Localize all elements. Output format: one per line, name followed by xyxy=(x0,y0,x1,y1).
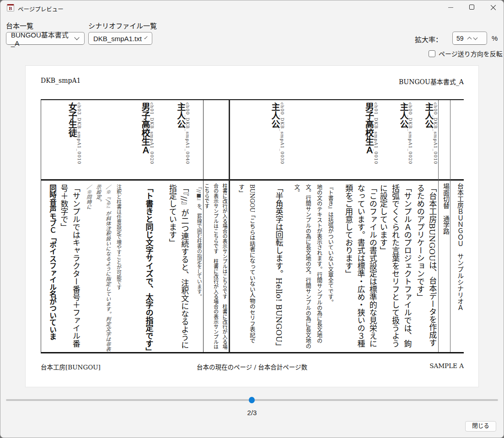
page-slider-thumb[interactable] xyxy=(249,397,255,403)
maximize-icon xyxy=(469,5,474,10)
italic-note-text: ／※『/※』が斜体注釈扱いになるように指定しています。判定文字は非表示設定。 xyxy=(93,184,112,352)
offstage-line-text: BUNGOU「こちらは話者になっていない人物のセリフ表記です」 xyxy=(236,184,257,352)
close-icon xyxy=(490,5,496,10)
page-preview-window: B ページプレビュー 台本一覧 シナリオファイル一覧 BUNGOU基本書式_A … xyxy=(0,0,504,438)
cue-id: ch00_DKB_smpA1_0030 xyxy=(280,102,285,179)
scenario-file-combobox[interactable]: DKB_smpA1.txt xyxy=(88,32,152,45)
script-list-value: BUNGOU基本書式_A xyxy=(11,30,71,47)
chevron-down-icon[interactable] xyxy=(473,35,478,40)
cue-id: ch03_DKB_smpA1_0010 xyxy=(77,102,82,179)
scene-heading-column: 場面切替 通学路 xyxy=(438,100,450,352)
cue-id: ch00_DKB_smpA1_0020 xyxy=(408,102,413,179)
close-window-button[interactable] xyxy=(483,0,504,14)
offstage-line-column: BUNGOU「こちらは話者になっていない人物のセリフ表記です」 xyxy=(230,100,257,352)
note-column: 『//■』を、罫線で囲む柱書の指定をしています。 xyxy=(190,100,203,352)
dialogue-column: ch00_DKB_smpA1_0040 主人公 「『//』が二つ連続すると、注釈… xyxy=(155,100,190,352)
cue-id: ch00_DKB_smpA1_0010 xyxy=(433,102,438,179)
reverse-page-label: ページ送り方向を反転 xyxy=(439,49,503,58)
book-title-text: 台本工房ＢＵＮＧＯＵ サンプルシナリオＡ xyxy=(456,183,464,352)
dialogue-text: 「サンプルＡのプロジェクトファイルでは、鉤括弧でくくられた言葉をセリフとして扱う… xyxy=(379,184,413,352)
window-title: ページプレビュー xyxy=(18,5,64,13)
character-name: 主人公 xyxy=(398,102,408,179)
cue-id: ch01_DKB_smpA1_0010 xyxy=(374,102,379,179)
character-name: 主人公 xyxy=(423,102,433,179)
dialogue-column: ch00_DKB_smpA1_0010 主人公 「台本工房BUNGOUは、台本デ… xyxy=(413,100,438,352)
dialogue-column: ch00_DKB_smpA1_0020 主人公 「サンプルＡのプロジェクトファイ… xyxy=(379,100,413,352)
note-column: 注釈と柱書は任意設定で増やすことが可能です xyxy=(112,100,123,352)
dialogue-text: 「『//』が二つ連続すると、注釈文になるように指定しています」 xyxy=(166,184,191,352)
dialogue-text: 「半角英字は回転します。Hello! BUNGOU」 xyxy=(273,184,284,352)
chevron-down-icon xyxy=(74,35,79,40)
sheet-header-left: DKB_smpA1 xyxy=(41,77,80,84)
dialogue-column: ch01_DKB_smpA1_0010 男子高校生Ａ 「このファイルの書式設定は… xyxy=(338,100,379,352)
dialogue-column: ch01_DKB_smpA1_0020 男子高校生Ａ 「ト書きと同じ文字サイズで… xyxy=(123,100,155,352)
dialogue-text: 「台本工房BUNGOUは、台本データを作成するためのアプリケーションです」 xyxy=(414,184,439,352)
right-page: 台本工房ＢＵＮＧＯＵ サンプルシナリオＡ 場面切替 通学路 ch00_DKB_s… xyxy=(229,99,464,353)
cue-id: ch01_DKB_smpA1_0020 xyxy=(150,102,155,179)
script-preview-sheet: DKB_smpA1 BUNGOU基本書式_A 台本工房ＢＵＮＧＯＵ サンプルシナ… xyxy=(26,66,478,387)
page-slider[interactable] xyxy=(6,399,498,401)
sheet-header-right: BUNGOU基本書式_A xyxy=(399,77,464,86)
chevron-up-icon[interactable] xyxy=(467,37,472,42)
book-title-column: 台本工房ＢＵＮＧＯＵ サンプルシナリオＡ xyxy=(450,100,464,352)
character-name: 男子高校生Ａ xyxy=(140,102,150,179)
zoom-label: 拡大率： xyxy=(415,34,442,44)
left-page: 柱書に改行が入る場合の表示サンプルはこちらです 柱書に改行が入る場合の表示サンプ… xyxy=(41,99,229,353)
maximize-button[interactable] xyxy=(461,0,483,14)
boxed-slugline-column: 柱書に改行が入る場合の表示サンプルはこちらです 柱書に改行が入る場合の表示サンプ… xyxy=(203,100,229,352)
boxed-slugline-text: 柱書に改行が入る場合の表示サンプルはこちらです 柱書に改行が入る場合の表示サンプ… xyxy=(204,183,229,352)
page-indicator: 2/3 xyxy=(0,409,504,417)
scenario-file-value: DKB_smpA1.txt xyxy=(93,35,142,43)
character-name: 女子生徒 xyxy=(67,102,77,179)
zoom-unit: % xyxy=(492,34,498,42)
minimize-icon xyxy=(448,7,453,8)
dialogue-column: ch00_DKB_smpA1_0030 主人公 「半角英字は回転します。Hell… xyxy=(257,100,285,352)
zoom-value: 59 xyxy=(456,35,466,42)
zoom-spinner[interactable]: 59 xyxy=(452,32,487,45)
narration-text: 地の文のテキストが表示されます。行間サンプルの為に長文地の文。行間サンプルの為に… xyxy=(291,184,325,352)
sheet-footer-center: 台本の現在のページ / 台本合計ページ数 xyxy=(26,362,478,371)
dialogue-text: 「このファイルの書式設定は標準的な見栄えになっています。書式は標準・広め・狭いの… xyxy=(343,184,379,352)
simultaneous-voice-text: 同時音声モブＣ「ボイスファイル名がついていま xyxy=(47,184,58,352)
script-list-label: 台本一覧 xyxy=(6,21,33,30)
page-spread: 台本工房ＢＵＮＧＯＵ サンプルシナリオＡ 場面切替 通学路 ch00_DKB_s… xyxy=(41,99,464,353)
reverse-page-checkbox[interactable]: ページ送り方向を反転 xyxy=(429,49,503,58)
dialogue-text: 「サンプルではキャラクター番号＋ファイル番号＋数字で」 xyxy=(58,184,82,352)
character-name: 主人公 xyxy=(175,102,185,179)
note-column: ／※『/※』が斜体注釈扱いになるように指定しています。判定文字は非表示設定。 ／… xyxy=(82,100,112,352)
checkbox-icon[interactable] xyxy=(429,50,435,57)
character-name: 主人公 xyxy=(270,102,280,179)
note-text: 『//■』を、罫線で囲む柱書の指定をしています。 xyxy=(193,184,203,352)
titlebar: B ページプレビュー xyxy=(0,0,504,15)
cue-id: ch00_DKB_smpA1_0040 xyxy=(185,102,190,179)
app-icon: B xyxy=(7,4,14,11)
chevron-down-icon xyxy=(144,36,147,39)
note-text: 注釈と柱書は任意設定で増やすことが可能です xyxy=(113,184,123,352)
character-name: 男子高校生Ａ xyxy=(364,102,374,179)
italic-note-text: ／※同時に xyxy=(83,184,93,352)
script-list-combobox[interactable]: BUNGOU基本書式_A xyxy=(6,32,85,45)
scene-heading-text: 場面切替 通学路 xyxy=(442,183,450,352)
dialogue-text: 「ト書きと同じ文字サイズで、太字の指定です」 xyxy=(143,184,155,352)
narration-column: 『ト書き』は括弧がついていない文章全てです。 地の文のテキストが表示されます。行… xyxy=(285,100,339,352)
sheet-footer-right: SAMPLE A xyxy=(429,362,464,369)
narration-text: 『ト書き』は括弧がついていない文章全てです。 xyxy=(324,184,336,352)
minimize-button[interactable] xyxy=(440,0,461,14)
dialogue-column: ch03_DKB_smpA1_0010 女子生徒 「サンプルではキャラクター番号… xyxy=(41,100,82,352)
close-button[interactable]: 閉じる xyxy=(465,421,496,432)
scenario-list-label: シナリオファイル一覧 xyxy=(88,21,157,30)
